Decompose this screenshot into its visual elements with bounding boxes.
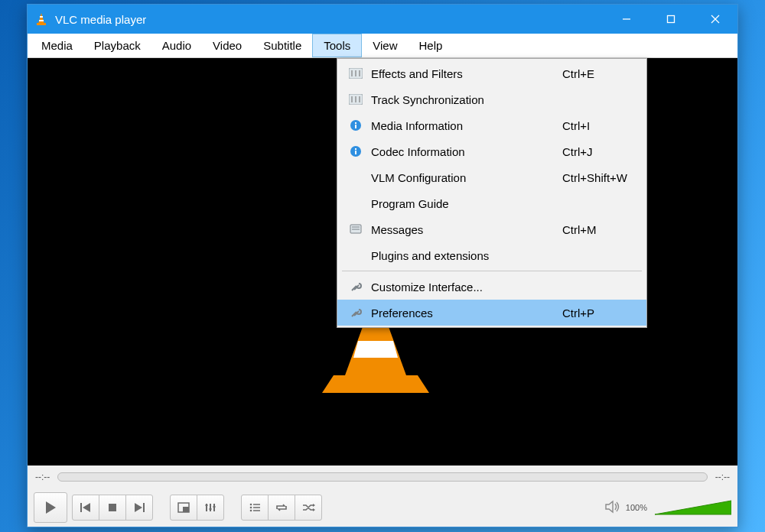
seek-bar-row: --:-- --:-- [28,466,737,488]
dd-label: Plugins and extensions [366,249,555,262]
desktop-background: VLC media player Media Playback Audio Vi… [0,0,765,532]
loop-button[interactable] [268,495,295,521]
menu-vlm-configuration[interactable]: VLM Configuration Ctrl+Shift+W [337,164,646,190]
dd-label: Messages [366,223,555,236]
menu-bar: Media Playback Audio Video Subtitle Tool… [28,34,737,58]
close-button[interactable] [693,5,737,34]
dd-label: VLM Configuration [366,171,555,184]
menu-media[interactable]: Media [31,34,83,57]
svg-rect-15 [109,504,116,511]
svg-point-30 [250,510,252,512]
minimize-button[interactable] [604,5,649,34]
svg-rect-49 [355,148,356,150]
info-icon [345,145,366,157]
next-button[interactable] [125,495,153,521]
svg-marker-16 [135,503,142,512]
equalizer-icon [345,68,366,79]
equalizer-icon [345,94,366,105]
messages-icon [345,224,366,235]
window-title: VLC media player [55,13,146,26]
menu-codec-information[interactable]: Codec Information Ctrl+J [337,138,646,164]
previous-button[interactable] [72,495,99,521]
svg-rect-45 [355,125,356,128]
svg-marker-0 [38,13,44,24]
svg-rect-3 [39,20,44,21]
svg-rect-48 [355,151,356,154]
svg-rect-25 [213,506,216,508]
svg-rect-46 [355,122,356,124]
dd-shortcut: Ctrl+I [555,119,639,132]
svg-rect-2 [40,16,43,18]
menu-media-information[interactable]: Media Information Ctrl+I [337,112,646,138]
volume-slider[interactable] [655,499,731,516]
playlist-button[interactable] [241,495,269,521]
menu-track-synchronization[interactable]: Track Synchronization [337,86,646,112]
svg-marker-14 [83,503,90,512]
svg-rect-1 [37,23,46,25]
menu-program-guide[interactable]: Program Guide [337,190,646,216]
dd-shortcut: Ctrl+M [555,223,639,236]
menu-audio[interactable]: Audio [151,34,202,57]
svg-marker-34 [606,501,613,512]
playback-controls: 100% [28,488,737,527]
volume-label: 100% [626,503,647,512]
svg-marker-35 [655,501,731,514]
maximize-button[interactable] [649,5,693,34]
seek-slider[interactable] [57,472,707,482]
stop-button[interactable] [99,495,126,521]
shuffle-button[interactable] [295,495,322,521]
svg-marker-33 [313,508,315,511]
svg-marker-12 [46,501,56,514]
svg-marker-11 [353,341,398,358]
time-total: --:-- [715,472,730,482]
menu-separator [342,271,642,271]
extended-settings-button[interactable] [197,495,224,521]
dd-label: Track Synchronization [366,93,555,106]
menu-video[interactable]: Video [202,34,252,57]
dd-label: Media Information [366,119,555,132]
svg-rect-19 [183,507,189,512]
svg-point-26 [250,504,252,506]
info-icon [345,119,366,131]
dd-label: Preferences [366,307,555,320]
menu-subtitle[interactable]: Subtitle [252,34,312,57]
svg-rect-13 [80,503,82,512]
menu-plugins-and-extensions[interactable]: Plugins and extensions [337,242,646,268]
dd-label: Effects and Filters [366,67,555,80]
menu-messages[interactable]: Messages Ctrl+M [337,216,646,242]
menu-effects-and-filters[interactable]: Effects and Filters Ctrl+E [337,60,646,86]
wrench-icon [345,281,366,293]
dd-shortcut: Ctrl+J [555,145,639,158]
time-elapsed: --:-- [35,472,50,482]
menu-customize-interface[interactable]: Customize Interface... [337,274,646,300]
play-button[interactable] [34,492,67,523]
window-controls [604,5,737,34]
dd-shortcut: Ctrl+Shift+W [555,171,639,184]
fullscreen-button[interactable] [170,495,197,521]
menu-view[interactable]: View [362,34,408,57]
svg-rect-5 [668,16,675,23]
menu-help[interactable]: Help [409,34,454,57]
title-bar[interactable]: VLC media player [28,5,737,34]
dd-label: Codec Information [366,145,555,158]
dd-shortcut: Ctrl+E [555,67,639,80]
speaker-icon[interactable] [604,500,621,516]
svg-rect-24 [210,508,212,510]
menu-playback[interactable]: Playback [83,34,151,57]
dd-label: Program Guide [366,197,555,210]
svg-marker-9 [322,375,429,393]
svg-rect-23 [206,504,208,506]
tools-dropdown: Effects and Filters Ctrl+E Track Synchro… [337,58,647,328]
svg-rect-17 [143,503,145,512]
vlc-logo-icon [34,11,49,27]
dd-label: Customize Interface... [366,281,555,294]
wrench-icon [345,307,366,319]
menu-preferences[interactable]: Preferences Ctrl+P [337,300,646,326]
menu-tools[interactable]: Tools [312,34,362,57]
dd-shortcut: Ctrl+P [555,307,639,320]
svg-marker-32 [313,504,315,507]
svg-point-28 [250,507,252,509]
